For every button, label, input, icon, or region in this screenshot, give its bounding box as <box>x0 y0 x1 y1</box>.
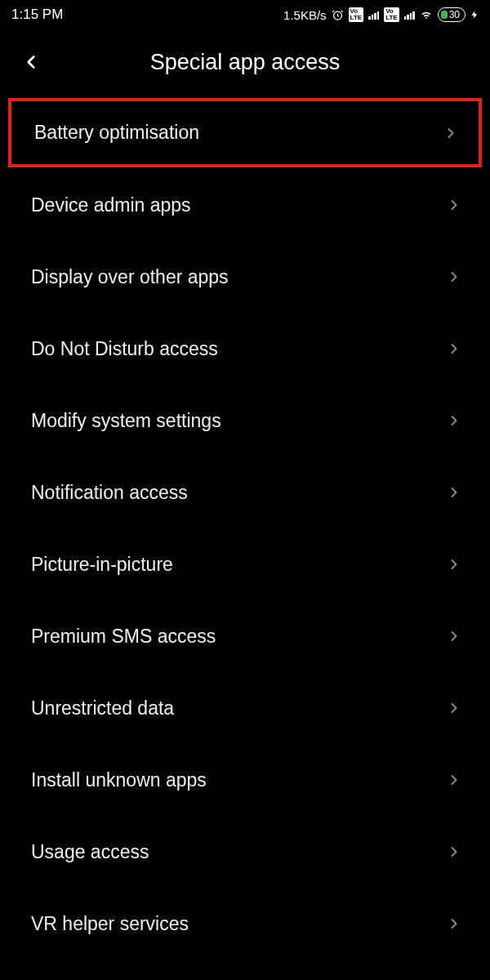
charging-icon <box>470 9 479 20</box>
status-time: 1:15 PM <box>11 7 63 23</box>
item-label: VR helper services <box>31 913 189 935</box>
battery-indicator: 30 <box>438 7 466 22</box>
list-item-notification-access[interactable]: Notification access <box>0 457 490 528</box>
back-button[interactable] <box>16 47 46 77</box>
wifi-icon <box>420 8 433 21</box>
item-label: Do Not Disturb access <box>31 338 218 360</box>
chevron-right-icon <box>443 125 459 141</box>
alarm-icon <box>332 9 344 21</box>
chevron-right-icon <box>446 915 462 932</box>
item-label: Modify system settings <box>31 410 221 432</box>
item-label: Display over other apps <box>31 266 229 288</box>
list-item-usage-access[interactable]: Usage access <box>0 816 490 888</box>
list-item-device-admin-apps[interactable]: Device admin apps <box>0 169 490 241</box>
chevron-left-icon <box>20 51 42 73</box>
list-item-do-not-disturb-access[interactable]: Do Not Disturb access <box>0 313 490 385</box>
chevron-right-icon <box>446 844 462 860</box>
item-label: Usage access <box>31 841 149 863</box>
item-label: Notification access <box>31 482 188 504</box>
list-item-unrestricted-data[interactable]: Unrestricted data <box>0 672 490 744</box>
item-label: Battery optimisation <box>34 122 199 144</box>
list-item-picture-in-picture[interactable]: Picture-in-picture <box>0 528 490 600</box>
chevron-right-icon <box>446 700 462 716</box>
item-label: Premium SMS access <box>31 626 216 648</box>
list-item-premium-sms-access[interactable]: Premium SMS access <box>0 600 490 672</box>
data-rate-text: 1.5KB/s <box>283 8 327 22</box>
list-item-battery-optimisation[interactable]: Battery optimisation <box>8 98 482 167</box>
battery-percent-text: 30 <box>449 9 460 20</box>
list-item-modify-system-settings[interactable]: Modify system settings <box>0 385 490 457</box>
clock-text: 1:15 PM <box>11 7 63 23</box>
volte-badge-1: VoLTE <box>349 7 364 22</box>
item-label: Picture-in-picture <box>31 554 173 576</box>
settings-list: Battery optimisation Device admin apps D… <box>0 98 490 960</box>
chevron-right-icon <box>446 412 462 429</box>
chevron-right-icon <box>446 341 462 357</box>
item-label: Device admin apps <box>31 194 191 216</box>
chevron-right-icon <box>446 556 462 572</box>
status-bar: 1:15 PM 1.5KB/s VoLTE VoLTE 30 <box>0 0 490 29</box>
item-label: Unrestricted data <box>31 697 174 719</box>
chevron-right-icon <box>446 269 462 285</box>
status-indicators: 1.5KB/s VoLTE VoLTE 30 <box>283 7 479 22</box>
signal-icon-1 <box>368 10 379 20</box>
list-item-vr-helper-services[interactable]: VR helper services <box>0 888 490 960</box>
chevron-right-icon <box>446 484 462 501</box>
list-item-display-over-other-apps[interactable]: Display over other apps <box>0 241 490 313</box>
item-label: Install unknown apps <box>31 769 207 791</box>
chevron-right-icon <box>446 197 462 213</box>
signal-icon-2 <box>404 10 415 20</box>
volte-badge-2: VoLTE <box>384 7 399 22</box>
chevron-right-icon <box>446 628 462 644</box>
header: Special app access <box>0 29 490 98</box>
list-item-install-unknown-apps[interactable]: Install unknown apps <box>0 744 490 816</box>
page-title: Special app access <box>150 50 341 75</box>
chevron-right-icon <box>446 772 462 788</box>
